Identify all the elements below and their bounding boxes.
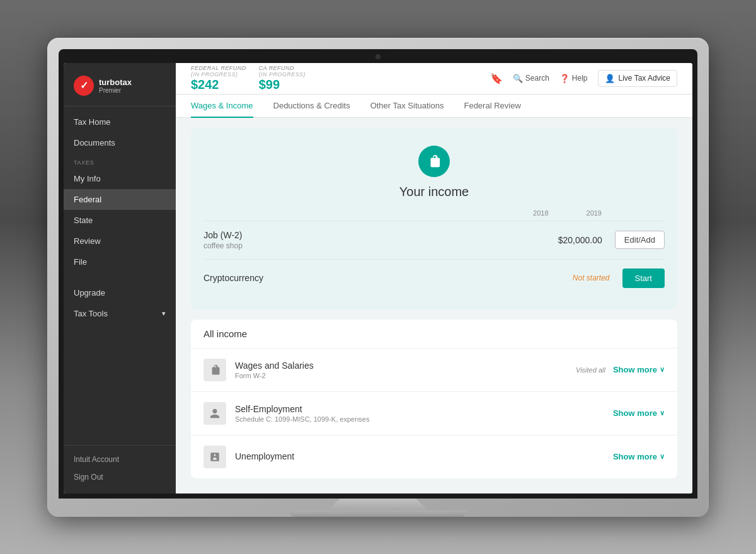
wages-name: Wages and Salaries [235, 361, 567, 371]
sidebar-item-label: File [74, 257, 87, 267]
sidebar-item-documents[interactable]: Documents [64, 132, 176, 153]
wages-desc: Form W-2 [235, 372, 567, 379]
nav-bottom: Intuit Account Sign Out [64, 445, 176, 493]
briefcase-svg [427, 154, 441, 168]
sidebar-item-file[interactable]: File [64, 251, 176, 272]
sidebar-item-label: Documents [74, 138, 115, 147]
self-employment-name: Self-Employment [235, 404, 604, 414]
year-headers: 2018 2019 [203, 209, 665, 221]
federal-refund-amount: $242 [191, 78, 246, 92]
sidebar-item-state[interactable]: State [64, 210, 176, 231]
sidebar-item-label: Tax Tools [74, 309, 108, 318]
nav-taxes-label: TAXES [64, 153, 176, 168]
visited-label: Visited all [576, 366, 605, 374]
tab-federal-review[interactable]: Federal Review [464, 95, 520, 118]
chevron-down-icon: ∨ [660, 409, 665, 417]
income-title: Your income [203, 185, 665, 199]
tab-wages-income[interactable]: Wages & Income [191, 95, 253, 118]
search-button[interactable]: 🔍 Search [513, 74, 549, 83]
income-icon [418, 146, 450, 177]
wages-info: Wages and Salaries Form W-2 [235, 361, 567, 379]
sidebar-item-tax-tools[interactable]: Tax Tools ▾ [64, 303, 176, 324]
self-employment-desc: Schedule C: 1099-MISC, 1099-K, expenses [235, 415, 604, 423]
bookmark-icon[interactable]: 🔖 [490, 72, 503, 84]
income-row-job-info: Job (W-2) coffee shop [203, 230, 243, 250]
income-row-job-right: $20,000.00 Edit/Add [558, 231, 665, 249]
monitor-stand [315, 499, 441, 511]
tab-other-tax-situations[interactable]: Other Tax Situations [370, 95, 444, 118]
logo-text: turbotax Premier [99, 78, 132, 94]
topbar: FEDERAL REFUND (in progress) $242 CA REF… [176, 63, 692, 95]
show-more-self-employment-button[interactable]: Show more ∨ [613, 408, 665, 418]
sidebar-item-label: Federal [74, 195, 101, 204]
edit-add-button[interactable]: Edit/Add [615, 231, 665, 249]
main-content: FEDERAL REFUND (in progress) $242 CA REF… [176, 63, 692, 493]
tab-nav: Wages & Income Deductions & Credits Othe… [176, 95, 692, 118]
sidebar-item-tax-home[interactable]: Tax Home [64, 112, 176, 132]
income-row-crypto: Cryptocurrency Not started Start [203, 259, 665, 297]
income-row-crypto-info: Cryptocurrency [203, 273, 263, 283]
sidebar-item-intuit-account[interactable]: Intuit Account [64, 451, 176, 468]
search-icon: 🔍 [513, 74, 523, 83]
screen-content: ✓ turbotax Premier Tax Home Documents T [64, 63, 692, 493]
income-row-crypto-right: Not started Start [573, 268, 665, 288]
federal-refund: FEDERAL REFUND (in progress) $242 [191, 65, 246, 92]
brand-name: turbotax [99, 78, 132, 87]
nav-section: Tax Home Documents TAXES My Info Federal… [64, 107, 176, 445]
show-more-unemployment-button[interactable]: Show more ∨ [613, 452, 665, 461]
income-row-crypto-name: Cryptocurrency [203, 273, 263, 283]
logo-area: ✓ turbotax Premier [74, 76, 166, 96]
self-employment-icon [203, 402, 226, 425]
sidebar-item-label: Review [74, 236, 101, 246]
wages-icon [203, 359, 226, 381]
unemployment-name: Unemployment [235, 451, 604, 461]
monitor-base [290, 511, 466, 516]
chevron-down-icon: ∨ [660, 453, 665, 461]
sidebar-item-review[interactable]: Review [64, 231, 176, 251]
start-button[interactable]: Start [622, 268, 665, 288]
list-item-wages: Wages and Salaries Form W-2 Visited all … [191, 349, 677, 392]
sidebar-item-sign-out[interactable]: Sign Out [64, 468, 176, 486]
ca-refund-sub: (in progress) [259, 71, 306, 78]
sidebar-item-label: Upgrade [74, 288, 105, 297]
income-hero-card: Your income 2018 2019 Job (W-2) coffee s… [191, 128, 677, 309]
sidebar: ✓ turbotax Premier Tax Home Documents T [64, 63, 176, 493]
self-employment-right: Show more ∨ [613, 408, 665, 418]
list-item-self-employment: Self-Employment Schedule C: 1099-MISC, 1… [191, 392, 677, 436]
sidebar-logo: ✓ turbotax Premier [64, 63, 176, 107]
screen-bezel: ✓ turbotax Premier Tax Home Documents T [59, 49, 697, 499]
wages-right: Visited all Show more ∨ [576, 365, 665, 374]
monitor: ✓ turbotax Premier Tax Home Documents T [47, 38, 709, 517]
show-more-wages-button[interactable]: Show more ∨ [613, 365, 665, 374]
unemployment-info: Unemployment [235, 451, 604, 463]
logo-icon: ✓ [74, 76, 94, 96]
refund-info: FEDERAL REFUND (in progress) $242 CA REF… [191, 65, 306, 92]
federal-refund-label: FEDERAL REFUND (in progress) [191, 65, 246, 78]
plan-name: Premier [99, 87, 132, 94]
income-amount-job: $20,000.00 [558, 235, 602, 245]
all-income-section: All income Wages and Salaries Form W-2 [191, 320, 677, 478]
tab-deductions-credits[interactable]: Deductions & Credits [273, 95, 350, 118]
income-row-job: Job (W-2) coffee shop $20,000.00 Edit/Ad… [203, 221, 665, 259]
chevron-down-icon: ▾ [162, 309, 166, 318]
self-employment-info: Self-Employment Schedule C: 1099-MISC, 1… [235, 404, 604, 423]
unemployment-icon [203, 446, 226, 468]
sidebar-item-federal[interactable]: Federal [64, 189, 176, 210]
sidebar-item-my-info[interactable]: My Info [64, 168, 176, 189]
income-row-job-sub: coffee shop [203, 241, 243, 250]
sidebar-item-label: Tax Home [74, 117, 111, 127]
help-icon: ❓ [559, 74, 570, 83]
ca-refund-amount: $99 [259, 78, 306, 92]
sidebar-item-upgrade[interactable]: Upgrade [64, 282, 176, 303]
federal-refund-sub: (in progress) [191, 71, 238, 78]
content-area: Your income 2018 2019 Job (W-2) coffee s… [176, 118, 692, 493]
income-row-job-name: Job (W-2) [203, 230, 243, 240]
list-item-unemployment: Unemployment Show more ∨ [191, 436, 677, 478]
topbar-actions: 🔖 🔍 Search ❓ Help 👤 Live Tax Advice [490, 70, 677, 87]
ca-refund: CA REFUND (in progress) $99 [259, 65, 306, 92]
help-button[interactable]: ❓ Help [559, 74, 588, 83]
live-tax-advice-button[interactable]: 👤 Live Tax Advice [598, 70, 678, 87]
sidebar-item-label: State [74, 216, 93, 225]
all-income-header: All income [191, 320, 677, 349]
sidebar-item-label: My Info [74, 174, 101, 183]
